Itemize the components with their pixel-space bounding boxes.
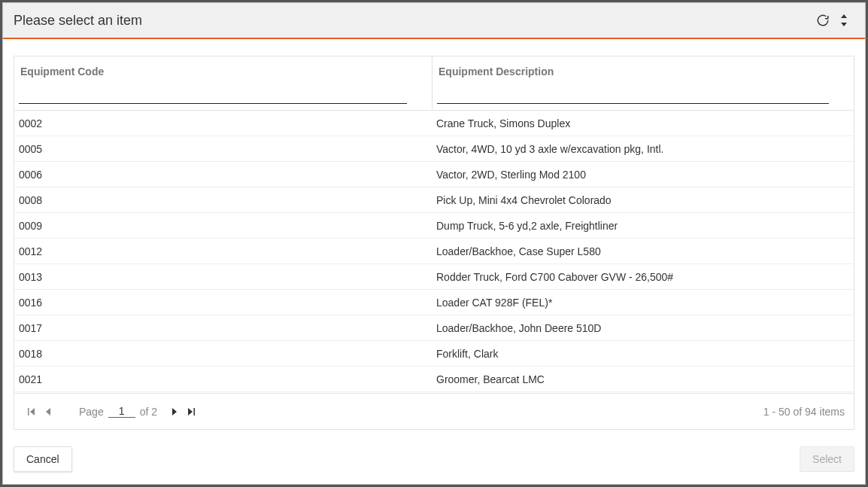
table-row[interactable]: 0009Dump Truck, 5-6 yd,2 axle, Freightli…	[14, 213, 854, 239]
prev-page-icon[interactable]	[41, 405, 55, 419]
table-row[interactable]: 0021Groomer, Bearcat LMC	[14, 367, 854, 392]
modal-title: Please select an item	[14, 13, 812, 29]
first-page-icon[interactable]	[25, 405, 38, 419]
svg-rect-1	[194, 408, 196, 415]
equipment-grid: Equipment Code Equipment Description 000…	[14, 56, 854, 430]
refresh-icon[interactable]	[812, 10, 833, 31]
cell-code: 0005	[14, 138, 432, 160]
cancel-button[interactable]: Cancel	[14, 446, 72, 472]
cell-code: 0012	[14, 240, 432, 263]
column-label-desc: Equipment Description	[437, 62, 849, 85]
modal-header: Please select an item	[3, 3, 865, 39]
page-label: Page	[79, 406, 104, 418]
cell-desc: Loader/Backhoe, Case Super L580	[432, 240, 854, 263]
table-row[interactable]: 0005Vactor, 4WD, 10 yd 3 axle w/excavati…	[14, 136, 854, 162]
select-button[interactable]: Select	[800, 446, 854, 472]
column-header-code[interactable]: Equipment Code	[14, 56, 432, 110]
cell-desc: Loader CAT 928F (FEL)*	[432, 291, 854, 314]
svg-rect-0	[28, 408, 29, 415]
cell-desc: Crane Truck, Simons Duplex	[432, 112, 854, 135]
cell-code: 0008	[14, 189, 432, 212]
cell-code: 0017	[14, 317, 432, 339]
expand-collapse-icon[interactable]	[833, 10, 854, 31]
cell-desc: Vactor, 4WD, 10 yd 3 axle w/excavation p…	[432, 138, 854, 160]
cell-desc: Forklift, Clark	[432, 342, 854, 365]
pager-summary: 1 - 50 of 94 items	[763, 406, 845, 418]
cell-code: 0018	[14, 342, 432, 365]
table-row[interactable]: 0016Loader CAT 928F (FEL)*	[14, 290, 854, 315]
filter-input-code[interactable]	[19, 85, 407, 104]
pager: Page of 2 1 - 50 of 94 items	[14, 393, 854, 429]
table-row[interactable]: 0013Rodder Truck, Ford C700 Cabover GVW …	[14, 264, 854, 290]
last-page-icon[interactable]	[184, 405, 198, 419]
grid-body[interactable]: 0002Crane Truck, Simons Duplex0005Vactor…	[14, 111, 854, 393]
modal-footer: Cancel Select	[3, 437, 865, 484]
cell-code: 0021	[14, 368, 432, 391]
cell-desc: Pick Up, Mini 4x4 Chevrolet Colorado	[432, 189, 854, 212]
column-label-code: Equipment Code	[19, 62, 427, 85]
table-row[interactable]: 0002Crane Truck, Simons Duplex	[14, 111, 854, 136]
cell-desc: Groomer, Bearcat LMC	[432, 368, 854, 391]
page-of-label: of 2	[140, 406, 157, 418]
table-row[interactable]: 0006Vactor, 2WD, Sterling Mod 2100	[14, 162, 854, 187]
cell-code: 0013	[14, 266, 432, 288]
column-header-desc[interactable]: Equipment Description	[432, 56, 854, 110]
select-item-modal: Please select an item Equipment Code E	[2, 2, 866, 485]
cell-code: 0009	[14, 215, 432, 237]
table-row[interactable]: 0017Loader/Backhoe, John Deere 510D	[14, 315, 854, 341]
table-row[interactable]: 0012Loader/Backhoe, Case Super L580	[14, 239, 854, 264]
cell-desc: Loader/Backhoe, John Deere 510D	[432, 317, 854, 339]
filter-input-desc[interactable]	[437, 85, 829, 104]
cell-code: 0016	[14, 291, 432, 314]
cell-code: 0006	[14, 163, 432, 186]
next-page-icon[interactable]	[168, 405, 181, 419]
table-row[interactable]: 0008Pick Up, Mini 4x4 Chevrolet Colorado	[14, 187, 854, 213]
cell-code: 0002	[14, 112, 432, 135]
modal-body: Equipment Code Equipment Description 000…	[3, 39, 865, 437]
page-input[interactable]	[108, 405, 135, 418]
cell-desc: Rodder Truck, Ford C700 Cabover GVW - 26…	[432, 266, 854, 288]
cell-desc: Dump Truck, 5-6 yd,2 axle, Freightliner	[432, 215, 854, 237]
grid-header: Equipment Code Equipment Description	[14, 56, 854, 111]
cell-desc: Vactor, 2WD, Sterling Mod 2100	[432, 163, 854, 186]
table-row[interactable]: 0018Forklift, Clark	[14, 341, 854, 367]
